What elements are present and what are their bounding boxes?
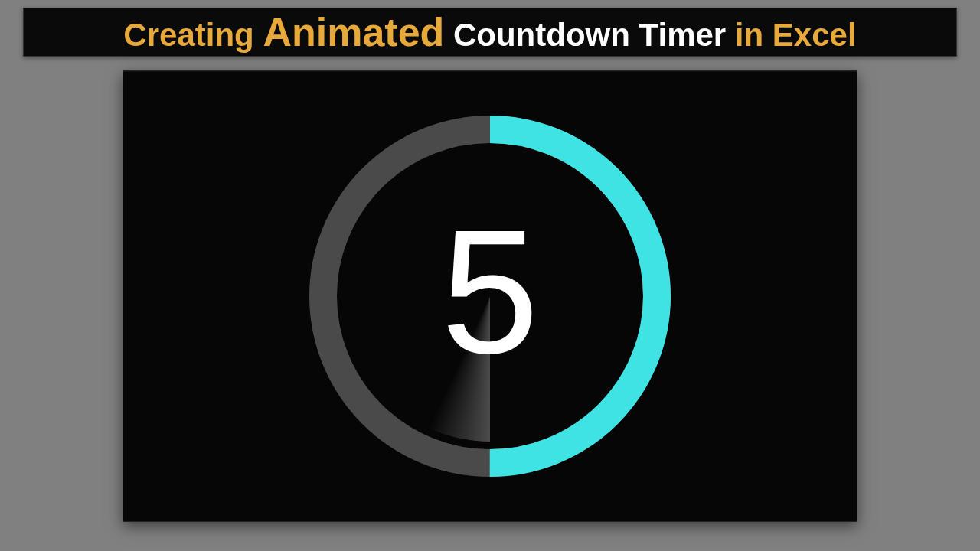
title-part3: Countdown Timer (444, 17, 735, 53)
donut-chart: 5 (291, 97, 689, 495)
title-bar: Creating Animated Countdown Timer in Exc… (23, 8, 957, 57)
countdown-panel: 5 (122, 70, 858, 522)
countdown-value: 5 (441, 204, 539, 380)
title-part1: Creating (123, 17, 263, 53)
title-part4: in Excel (735, 17, 857, 53)
title-part2: Animated (263, 10, 444, 54)
page-title: Creating Animated Countdown Timer in Exc… (123, 9, 856, 55)
